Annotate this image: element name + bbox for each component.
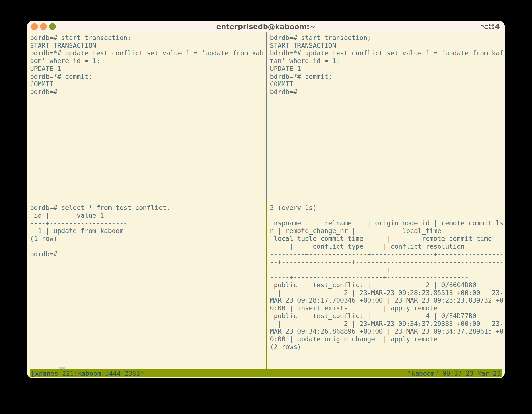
terminal-window: enterprisedb@kaboom:~ ⌥⌘4 bdrdb=# start … xyxy=(27,21,505,378)
tmux-status-bar: [xpanes-221:kaboom:5444-2383* "kaboom" 0… xyxy=(30,369,502,377)
pane-bottom-left-select-result[interactable]: bdrdb=# select * from test_conflict; id … xyxy=(27,202,267,369)
pane-bottom-right-conflict-history-watch[interactable]: 3 (every 1s) nspname | relname | origin_… xyxy=(267,202,505,369)
window-title: enterprisedb@kaboom:~ xyxy=(27,22,505,31)
pane-top-right-kaftan-psql[interactable]: bdrdb=# start transaction; START TRANSAC… xyxy=(267,32,505,202)
tmux-pane-grid: bdrdb=# start transaction; START TRANSAC… xyxy=(27,32,505,369)
pane-top-left-kaboom-psql[interactable]: bdrdb=# start transaction; START TRANSAC… xyxy=(27,32,267,202)
status-session-info: [xpanes-221:kaboom:5444-2383* xyxy=(31,369,144,377)
keyboard-shortcut-badge: ⌥⌘4 xyxy=(480,21,500,32)
titlebar[interactable]: enterprisedb@kaboom:~ ⌥⌘4 xyxy=(27,21,505,32)
status-host-clock: "kaboom" 09:37 23-Mar-23 xyxy=(407,369,501,377)
